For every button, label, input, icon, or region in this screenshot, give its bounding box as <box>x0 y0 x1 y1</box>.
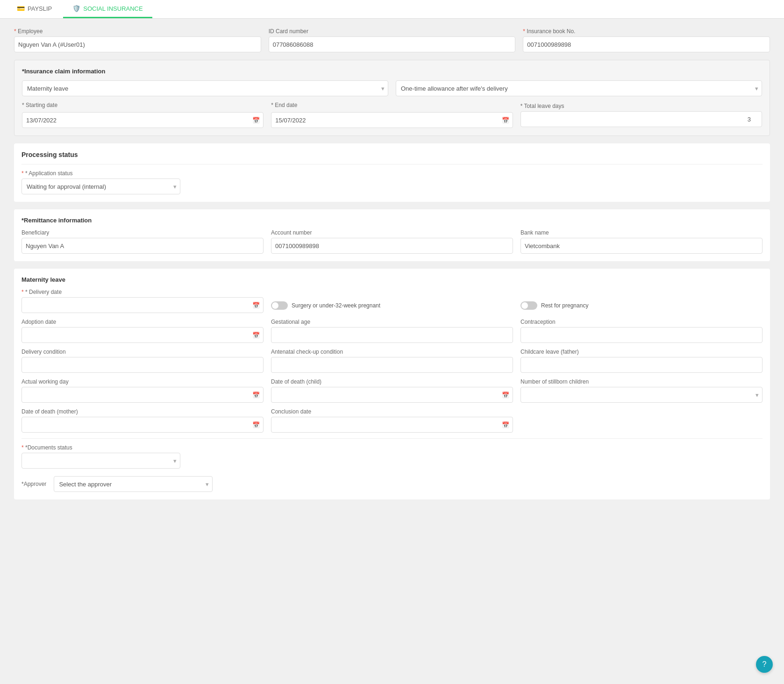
actual-working-wrap: 📅 <box>21 387 264 403</box>
help-icon: ? <box>763 660 767 669</box>
remittance-fields: Beneficiary Account number Bank name <box>21 229 763 254</box>
delivery-date-wrap: 📅 <box>21 297 264 313</box>
delivery-condition-input[interactable] <box>21 357 264 373</box>
app-status-select[interactable]: Waiting for approval (internal) <box>21 178 180 194</box>
main-content: * Employee ID Card number * Insurance bo… <box>0 19 784 679</box>
bank-label: Bank name <box>520 229 763 236</box>
date-death-child-label: Date of death (child) <box>271 378 513 385</box>
actual-working-group: Actual working day 📅 <box>21 378 264 403</box>
rest-toggle[interactable] <box>520 301 537 310</box>
date-death-mother-label: Date of death (mother) <box>21 408 264 415</box>
conclusion-date-input[interactable] <box>271 417 513 433</box>
date-death-child-group: Date of death (child) 📅 <box>271 378 513 403</box>
date-death-mother-input[interactable] <box>21 417 264 433</box>
insurance-claim-section: *Insurance claim information Maternity l… <box>14 60 770 136</box>
help-button[interactable]: ? <box>756 656 773 673</box>
rest-label: Rest for pregnancy <box>541 302 588 309</box>
conclusion-date-group: Conclusion date 📅 <box>271 408 513 433</box>
starting-date-label: * Starting date <box>22 102 264 108</box>
total-leave-input[interactable] <box>520 111 762 127</box>
end-date-calendar-icon: 📅 <box>502 117 509 124</box>
date-row: * Starting date 📅 * End date 📅 * Total l… <box>22 102 762 128</box>
childcare-leave-input[interactable] <box>520 357 763 373</box>
delivery-date-input[interactable] <box>21 297 264 313</box>
adoption-date-wrap: 📅 <box>21 327 264 343</box>
header-fields: * Employee ID Card number * Insurance bo… <box>14 28 770 52</box>
childcare-leave-label: Childcare leave (father) <box>520 349 763 355</box>
date-death-child-input[interactable] <box>271 387 513 403</box>
delivery-date-group: * * Delivery date 📅 <box>21 289 264 313</box>
total-leave-label: * Total leave days <box>520 103 762 109</box>
remittance-title: *Remittance information <box>21 217 763 224</box>
employee-field-group: * Employee <box>14 28 261 52</box>
end-date-group: * End date 📅 <box>271 102 513 128</box>
actual-working-calendar-icon: 📅 <box>252 392 260 399</box>
delivery-condition-group: Delivery condition <box>21 349 264 373</box>
account-input[interactable] <box>271 238 513 254</box>
actual-working-input[interactable] <box>21 387 264 403</box>
remittance-section: *Remittance information Beneficiary Acco… <box>14 209 770 261</box>
app-status-select-wrap: Waiting for approval (internal) <box>21 178 180 194</box>
surgery-toggle-group: Surgery or under-32-week pregnant <box>271 289 513 313</box>
maternity-row1: * * Delivery date 📅 Surgery or under-32-… <box>21 289 763 313</box>
id-card-field-group: ID Card number <box>269 28 516 52</box>
maternity-row5: Date of death (mother) 📅 Conclusion date… <box>21 408 763 433</box>
end-date-label: * End date <box>271 102 513 108</box>
bank-input[interactable] <box>520 238 763 254</box>
social-insurance-icon: 🛡️ <box>72 5 80 12</box>
claim-type-select-wrap: Maternity leave <box>22 80 388 96</box>
adoption-date-calendar-icon: 📅 <box>252 332 260 339</box>
insurance-book-input[interactable] <box>523 36 770 52</box>
empty-group <box>520 408 763 433</box>
doc-status-select-wrap <box>21 453 180 469</box>
maternity-title: Maternity leave <box>21 276 763 283</box>
approver-row: *Approver Select the approver <box>21 476 763 492</box>
stillborn-select-wrap <box>520 387 763 403</box>
app-status-label: * * Application status <box>21 170 180 177</box>
id-card-input[interactable] <box>269 36 516 52</box>
claim-subtype-select[interactable]: One-time allowance after wife's delivery <box>396 80 762 96</box>
beneficiary-input[interactable] <box>21 238 264 254</box>
maternity-row2: Adoption date 📅 Gestational age Contrace… <box>21 319 763 343</box>
gestational-age-input[interactable] <box>271 327 513 343</box>
contraception-input[interactable] <box>520 327 763 343</box>
stillborn-select[interactable] <box>520 387 763 403</box>
maternity-section: Maternity leave * * Delivery date 📅 Surg… <box>14 269 770 499</box>
date-death-child-wrap: 📅 <box>271 387 513 403</box>
insurance-book-label: * Insurance book No. <box>523 28 770 35</box>
tab-social-insurance[interactable]: 🛡️ SOCIAL INSURANCE <box>63 0 152 18</box>
beneficiary-label: Beneficiary <box>21 229 264 236</box>
doc-status-select[interactable] <box>21 453 180 469</box>
adoption-date-input[interactable] <box>21 327 264 343</box>
antenatal-input[interactable] <box>271 357 513 373</box>
delivery-date-label: * * Delivery date <box>21 289 264 295</box>
conclusion-date-calendar-icon: 📅 <box>502 421 509 428</box>
delivery-condition-label: Delivery condition <box>21 349 264 355</box>
employee-input[interactable] <box>14 36 261 52</box>
total-leave-group: * Total leave days <box>520 103 762 127</box>
claim-subtype-select-wrap: One-time allowance after wife's delivery <box>396 80 762 96</box>
end-date-input[interactable] <box>271 112 513 128</box>
date-death-mother-wrap: 📅 <box>21 417 264 433</box>
starting-date-group: * Starting date 📅 <box>22 102 264 128</box>
surgery-toggle[interactable] <box>271 301 288 310</box>
starting-date-input[interactable] <box>22 112 264 128</box>
tab-bar: 💳 PAYSLIP 🛡️ SOCIAL INSURANCE <box>0 0 784 19</box>
tab-payslip[interactable]: 💳 PAYSLIP <box>7 0 61 18</box>
rest-toggle-group: Rest for pregnancy <box>520 289 763 313</box>
claim-type-select[interactable]: Maternity leave <box>22 80 388 96</box>
date-death-mother-group: Date of death (mother) 📅 <box>21 408 264 433</box>
bottom-bar: New Back <box>0 679 784 684</box>
starting-date-wrap: 📅 <box>22 112 264 128</box>
doc-status-label: * *Documents status <box>21 444 180 451</box>
processing-title: Processing status <box>21 151 763 158</box>
insurance-book-field-group: * Insurance book No. <box>523 28 770 52</box>
payslip-icon: 💳 <box>17 5 25 12</box>
delivery-date-calendar-icon: 📅 <box>252 302 260 309</box>
conclusion-date-wrap: 📅 <box>271 417 513 433</box>
claim-section-title: *Insurance claim information <box>22 68 762 75</box>
approver-select-wrap: Select the approver <box>54 476 213 492</box>
approver-select[interactable]: Select the approver <box>54 476 213 492</box>
starting-date-calendar-icon: 📅 <box>252 117 260 124</box>
account-group: Account number <box>271 229 513 254</box>
